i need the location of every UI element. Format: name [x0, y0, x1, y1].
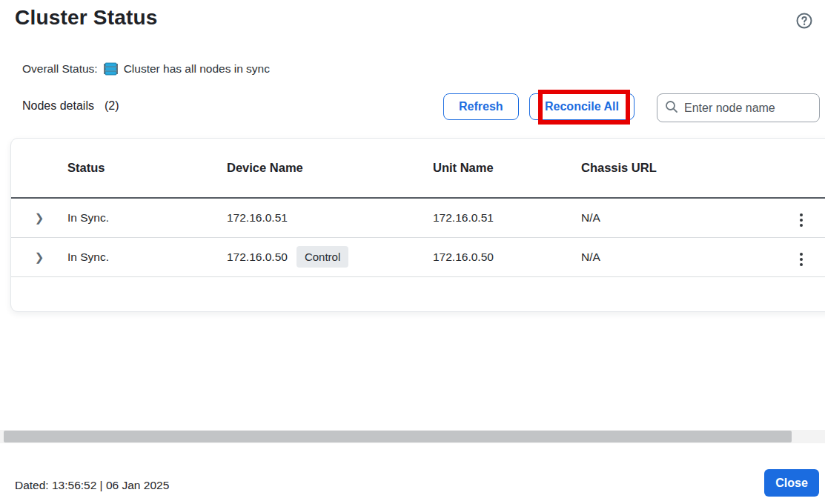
search-input[interactable] [684, 102, 812, 115]
expand-column-header [11, 139, 67, 198]
search-icon [665, 100, 678, 116]
horizontal-scrollbar-track[interactable] [0, 430, 825, 443]
help-icon[interactable] [795, 12, 813, 30]
overall-status-label: Overall Status: [22, 62, 98, 76]
actions-column-header [761, 139, 825, 198]
row-expand-chevron-icon[interactable]: ❯ [11, 251, 67, 264]
page-title: Cluster Status [15, 6, 158, 30]
nodes-details-label: Nodes details [22, 99, 94, 113]
nodes-table: Status Device Name Unit Name Chassis URL… [11, 139, 825, 277]
dated-timestamp: Dated: 13:56:52 | 06 Jan 2025 [15, 479, 169, 492]
table-row: ❯ In Sync. 172.16.0.50 Control 172.16.0.… [11, 237, 825, 276]
nodes-table-card: Status Device Name Unit Name Chassis URL… [10, 138, 825, 312]
status-cell: In Sync. [67, 198, 227, 237]
chassis-url-cell: N/A [581, 237, 761, 276]
nodes-details-count: (2) [105, 99, 119, 113]
overall-status-text: Cluster has all nodes in sync [124, 62, 270, 76]
table-header-row: Status Device Name Unit Name Chassis URL [11, 139, 825, 198]
device-name-cell: 172.16.0.51 [227, 211, 288, 225]
overall-status-line: Overall Status: Cluster has all nodes in… [22, 62, 270, 76]
node-search[interactable] [657, 93, 820, 122]
horizontal-scrollbar-thumb[interactable] [4, 431, 792, 442]
row-actions-kebab-icon[interactable] [797, 210, 806, 230]
device-name-column-header: Device Name [227, 139, 433, 198]
nodes-details: Nodes details (2) [22, 99, 119, 113]
control-badge: Control [296, 246, 348, 268]
reconcile-all-button[interactable]: Reconcile All [529, 93, 635, 120]
unit-name-cell: 172.16.0.51 [433, 198, 581, 237]
refresh-button[interactable]: Refresh [443, 93, 519, 120]
table-row: ❯ In Sync. 172.16.0.51 172.16.0.51 N/A [11, 198, 825, 237]
chassis-url-cell: N/A [581, 198, 761, 237]
cluster-stack-icon [104, 62, 118, 76]
row-expand-chevron-icon[interactable]: ❯ [11, 211, 67, 225]
status-column-header: Status [67, 139, 227, 198]
device-name-cell: 172.16.0.50 [227, 251, 288, 264]
status-cell: In Sync. [67, 237, 227, 276]
close-button[interactable]: Close [764, 469, 819, 497]
chassis-url-column-header: Chassis URL [581, 139, 761, 198]
row-actions-kebab-icon[interactable] [797, 250, 806, 269]
unit-name-cell: 172.16.0.50 [433, 237, 581, 276]
unit-name-column-header: Unit Name [433, 139, 581, 198]
